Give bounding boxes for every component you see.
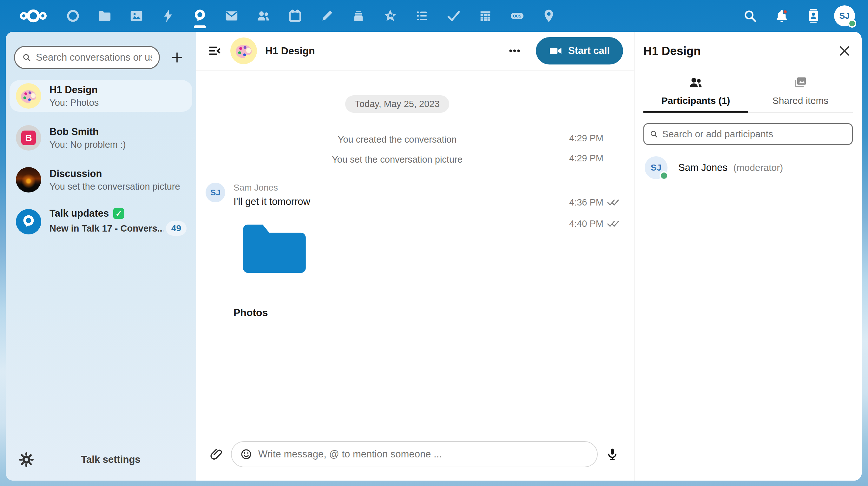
approval-check-app-icon[interactable] bbox=[438, 0, 469, 32]
system-message-row: You set the conversation picture 4:29 PM bbox=[196, 153, 634, 165]
emoji-picker-icon[interactable] bbox=[239, 447, 253, 461]
conversation-last-message: You set the conversation picture bbox=[50, 181, 187, 192]
svg-text:OCS: OCS bbox=[513, 14, 522, 19]
user-initials: SJ bbox=[839, 11, 849, 21]
palette-avatar bbox=[16, 83, 41, 109]
conversation-item-h1-design[interactable]: H1 Design You: Photos bbox=[9, 80, 192, 112]
message-row-shared-folder[interactable]: Photos 4:40 PM bbox=[196, 219, 634, 319]
message-list: Today, May 25, 2023 You created the conv… bbox=[196, 70, 634, 433]
deck-app-icon[interactable] bbox=[343, 0, 374, 32]
calendar-app-icon[interactable] bbox=[279, 0, 311, 32]
collectives-app-icon[interactable] bbox=[374, 0, 406, 32]
message-timestamp: 4:29 PM bbox=[569, 153, 603, 164]
notifications-bell-icon[interactable] bbox=[766, 0, 798, 32]
message-author: Sam Jones bbox=[234, 183, 561, 193]
mail-app-icon[interactable] bbox=[216, 0, 247, 32]
participant-avatar: SJ bbox=[645, 156, 668, 179]
conversation-item-talk-updates[interactable]: Talk updates ✓ New in Talk 17 - Convers.… bbox=[9, 206, 192, 237]
start-call-button[interactable]: Start call bbox=[536, 37, 623, 64]
message-text: I'll get it tomorrow bbox=[234, 196, 561, 207]
system-message-row: You created the conversation 4:29 PM bbox=[196, 133, 634, 145]
conversation-last-message: You: No problem :) bbox=[50, 139, 187, 150]
notification-unread-dot bbox=[783, 10, 787, 14]
files-app-icon[interactable] bbox=[89, 0, 121, 32]
conversation-menu-icon[interactable] bbox=[506, 42, 523, 59]
notes-app-icon[interactable] bbox=[311, 0, 343, 32]
tasks-app-icon[interactable] bbox=[406, 0, 438, 32]
message-timestamp: 4:40 PM bbox=[569, 219, 603, 229]
chat-panel: H1 Design Start call Today, May 25, 2023… bbox=[196, 32, 634, 481]
system-message-text: You created the conversation bbox=[234, 133, 561, 145]
conversation-details-sidebar: H1 Design Participants (1) Shared items … bbox=[634, 32, 862, 481]
tables-app-icon[interactable] bbox=[469, 0, 501, 32]
verified-check-emoji: ✓ bbox=[113, 208, 124, 219]
message-timestamp: 4:36 PM bbox=[569, 197, 603, 208]
chat-header: H1 Design Start call bbox=[196, 32, 634, 70]
participant-online-status-dot bbox=[659, 171, 669, 180]
conversation-item-bob-smith[interactable]: B Bob Smith You: No problem :) bbox=[9, 122, 192, 154]
conversation-search-field[interactable] bbox=[14, 46, 160, 69]
conversation-last-message: New in Talk 17 - Convers... bbox=[50, 223, 163, 234]
participant-row-sam-jones[interactable]: SJ Sam Jones (moderator) bbox=[643, 156, 853, 179]
message-input-bar bbox=[196, 433, 634, 481]
conversation-title: Talk updates bbox=[50, 208, 109, 219]
app-content: H1 Design You: Photos B Bob Smith You: N… bbox=[6, 32, 862, 481]
top-navigation-bar: OCS SJ bbox=[0, 0, 868, 32]
new-conversation-button[interactable] bbox=[167, 47, 187, 68]
settings-gear-icon[interactable] bbox=[18, 451, 35, 468]
date-divider: Today, May 25, 2023 bbox=[345, 95, 449, 113]
tab-participants[interactable]: Participants (1) bbox=[643, 75, 748, 113]
attach-file-paperclip-icon[interactable] bbox=[209, 447, 224, 462]
sidebar-footer: Talk settings bbox=[6, 443, 196, 481]
participant-role: (moderator) bbox=[734, 162, 783, 173]
people-icon bbox=[688, 75, 703, 90]
ocs-app-icon[interactable]: OCS bbox=[501, 0, 533, 32]
talk-logo-avatar bbox=[16, 209, 41, 234]
details-title: H1 Design bbox=[643, 45, 853, 58]
participant-search-field[interactable] bbox=[643, 123, 853, 145]
maps-app-icon[interactable] bbox=[533, 0, 565, 32]
participant-search-input[interactable] bbox=[662, 128, 847, 139]
search-icon bbox=[22, 53, 31, 62]
chat-title: H1 Design bbox=[265, 45, 315, 57]
nextcloud-logo[interactable] bbox=[9, 0, 57, 32]
conversation-avatar bbox=[230, 37, 257, 64]
unread-count-badge: 49 bbox=[166, 221, 187, 236]
details-tabs: Participants (1) Shared items bbox=[643, 75, 853, 113]
contacts-menu-icon[interactable] bbox=[798, 0, 829, 32]
activity-app-icon[interactable] bbox=[152, 0, 184, 32]
unified-search-icon[interactable] bbox=[734, 0, 766, 32]
conversation-search-input[interactable] bbox=[36, 52, 152, 63]
sender-avatar: SJ bbox=[206, 183, 225, 202]
user-online-status-dot bbox=[848, 19, 856, 28]
read-receipt-double-check-icon bbox=[607, 199, 621, 206]
dashboard-app-icon[interactable] bbox=[57, 0, 89, 32]
conversation-title: Discussion bbox=[50, 168, 187, 179]
close-sidebar-icon[interactable] bbox=[837, 43, 852, 58]
conversation-item-discussion[interactable]: Discussion You set the conversation pict… bbox=[9, 164, 192, 196]
folder-image-icon bbox=[793, 75, 808, 90]
collapse-sidebar-icon[interactable] bbox=[207, 43, 222, 58]
talk-settings-button[interactable]: Talk settings bbox=[35, 454, 187, 465]
message-text-input[interactable] bbox=[258, 449, 589, 460]
message-input-field[interactable] bbox=[231, 441, 598, 467]
shared-folder-icon[interactable] bbox=[238, 219, 311, 279]
topbar-right-actions: SJ bbox=[734, 0, 860, 32]
conversation-title: H1 Design bbox=[50, 84, 187, 95]
message-row-sam-jones[interactable]: SJ Sam Jones I'll get it tomorrow 4:36 P… bbox=[196, 183, 634, 208]
date-divider-row: Today, May 25, 2023 bbox=[196, 95, 634, 113]
contacts-app-icon[interactable] bbox=[247, 0, 279, 32]
conversations-sidebar: H1 Design You: Photos B Bob Smith You: N… bbox=[6, 32, 196, 481]
conversation-title: Bob Smith bbox=[50, 126, 187, 138]
talk-app-icon[interactable] bbox=[184, 0, 216, 32]
sunset-photo-avatar bbox=[16, 167, 41, 193]
photos-app-icon[interactable] bbox=[121, 0, 152, 32]
details-header: H1 Design bbox=[643, 32, 853, 58]
read-receipt-double-check-icon bbox=[607, 220, 621, 227]
bob-smith-avatar: B bbox=[16, 125, 41, 150]
voice-message-mic-icon[interactable] bbox=[605, 447, 620, 462]
user-menu-avatar[interactable]: SJ bbox=[829, 0, 860, 32]
search-icon bbox=[649, 130, 658, 139]
shared-file-name[interactable]: Photos bbox=[234, 307, 561, 319]
tab-shared-items[interactable]: Shared items bbox=[748, 75, 853, 113]
